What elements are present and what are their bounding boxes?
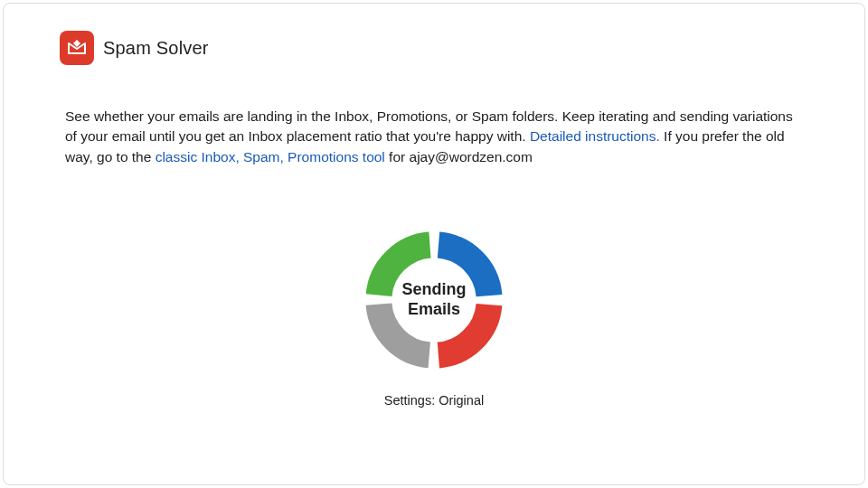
spinner-center-label: Sending Emails xyxy=(402,281,467,320)
app-logo-icon xyxy=(60,31,94,65)
loading-donut-icon: Sending Emails xyxy=(357,223,511,377)
description-text: See whether your emails are landing in t… xyxy=(4,65,864,167)
spinner-line1: Sending xyxy=(402,281,467,301)
spinner-area: Sending Emails Settings: Original xyxy=(4,223,864,408)
spinner-line2: Emails xyxy=(402,300,467,320)
detailed-instructions-link[interactable]: Detailed instructions. xyxy=(530,128,660,144)
settings-label: Settings: Original xyxy=(384,393,484,408)
description-part3: for ajay@wordzen.com xyxy=(385,149,533,164)
app-container: Spam Solver See whether your emails are … xyxy=(3,3,865,485)
classic-tool-link[interactable]: classic Inbox, Spam, Promotions tool xyxy=(156,149,385,164)
app-title: Spam Solver xyxy=(103,38,209,59)
header: Spam Solver xyxy=(4,4,864,65)
